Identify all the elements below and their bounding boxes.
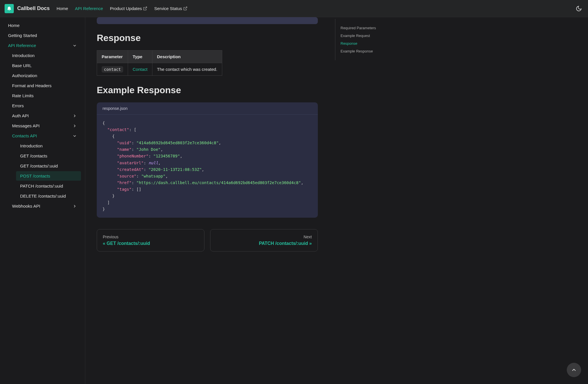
- th-parameter: Parameter: [97, 50, 128, 63]
- sidebar-introduction[interactable]: Introduction: [8, 51, 81, 60]
- logo[interactable]: [5, 4, 14, 13]
- prev-title: « GET /contacts/:uuid: [103, 241, 198, 246]
- nav-home[interactable]: Home: [57, 6, 68, 11]
- table-row: contact Contact The contact which was cr…: [97, 63, 222, 76]
- nav-product-updates-label: Product Updates: [110, 6, 142, 11]
- sidebar-messages-api[interactable]: Messages API: [8, 121, 81, 130]
- sidebar-getting-started[interactable]: Getting Started: [4, 31, 81, 40]
- param-name: contact: [102, 66, 123, 73]
- sidebar-get-contacts-uuid[interactable]: GET /contacts/:uuid: [16, 161, 81, 171]
- chevron-right-icon: [72, 114, 77, 118]
- sidebar-contacts-api-label: Contacts API: [12, 133, 37, 138]
- nav-product-updates[interactable]: Product Updates: [110, 6, 148, 11]
- sidebar-post-contacts[interactable]: POST /contacts: [16, 171, 81, 181]
- sidebar-messages-api-label: Messages API: [12, 123, 40, 128]
- chevron-right-icon: [72, 124, 77, 128]
- toc-required-params[interactable]: Required Parameters: [341, 24, 402, 32]
- th-description: Description: [152, 50, 222, 63]
- sidebar-errors[interactable]: Errors: [8, 101, 81, 110]
- sidebar-api-reference[interactable]: API Reference: [4, 41, 81, 50]
- theme-toggle[interactable]: [574, 4, 583, 13]
- td-description: The contact which was created.: [152, 63, 222, 76]
- external-link-icon: [143, 6, 147, 11]
- sidebar-get-contacts[interactable]: GET /contacts: [16, 151, 81, 161]
- sidebar-format-headers[interactable]: Format and Headers: [8, 81, 81, 90]
- prev-page-link[interactable]: Previous « GET /contacts/:uuid: [97, 229, 204, 252]
- moon-icon: [576, 5, 582, 12]
- code-content: { "contact": [ { "uuid": "414a6d692bd645…: [97, 115, 318, 218]
- external-link-icon: [183, 6, 187, 11]
- toc-example-request[interactable]: Example Request: [341, 32, 402, 40]
- sidebar-auth-api-label: Auth API: [12, 113, 29, 118]
- nav-service-status-label: Service Status: [154, 6, 182, 11]
- sidebar-rate-limits[interactable]: Rate Limits: [8, 91, 81, 100]
- toc-response[interactable]: Response: [341, 40, 402, 47]
- page-nav: Previous « GET /contacts/:uuid Next PATC…: [97, 229, 318, 252]
- sidebar-auth-api[interactable]: Auth API: [8, 111, 81, 120]
- code-block-partial: [97, 17, 318, 24]
- scroll-to-top-button[interactable]: [567, 363, 581, 377]
- sidebar-webhooks-api[interactable]: Webhooks API: [8, 201, 81, 211]
- navbar: Callbell Docs Home API Reference Product…: [0, 0, 588, 17]
- sidebar-home[interactable]: Home: [4, 21, 81, 30]
- chevron-right-icon: [72, 204, 77, 208]
- sidebar-api-reference-label: API Reference: [8, 43, 36, 48]
- type-link-contact[interactable]: Contact: [133, 67, 148, 72]
- sidebar-base-url[interactable]: Base URL: [8, 61, 81, 70]
- brand-title: Callbell Docs: [17, 5, 50, 11]
- prev-label: Previous: [103, 235, 198, 239]
- nav-links: Home API Reference Product Updates Servi…: [57, 6, 574, 11]
- toc-example-response[interactable]: Example Response: [341, 47, 402, 55]
- next-page-link[interactable]: Next PATCH /contacts/:uuid »: [210, 229, 318, 252]
- main-content: Response Parameter Type Description cont…: [85, 17, 329, 384]
- nav-service-status[interactable]: Service Status: [154, 6, 187, 11]
- td-type: Contact: [128, 63, 152, 76]
- sidebar: Home Getting Started API Reference Intro…: [0, 17, 85, 384]
- code-block: response.json { "contact": [ { "uuid": "…: [97, 102, 318, 218]
- table-of-contents: Required Parameters Example Request Resp…: [335, 19, 407, 60]
- sidebar-delete-contacts[interactable]: DELETE /contacts/:uuid: [16, 191, 81, 201]
- response-table: Parameter Type Description contact Conta…: [97, 50, 222, 76]
- chevron-down-icon: [72, 43, 77, 48]
- sidebar-authorization[interactable]: Authorization: [8, 71, 81, 80]
- nav-api-reference[interactable]: API Reference: [75, 6, 103, 11]
- chevron-up-icon: [571, 367, 577, 373]
- heading-response: Response: [97, 33, 318, 43]
- sidebar-contacts-intro[interactable]: Introduction: [16, 141, 81, 151]
- td-parameter: contact: [97, 63, 128, 76]
- sidebar-contacts-api[interactable]: Contacts API: [8, 131, 81, 141]
- sidebar-patch-contacts[interactable]: PATCH /contacts/:uuid: [16, 181, 81, 191]
- code-filename: response.json: [97, 102, 318, 115]
- next-title: PATCH /contacts/:uuid »: [216, 241, 312, 246]
- chevron-down-icon: [72, 134, 77, 138]
- heading-example-response: Example Response: [97, 85, 318, 95]
- sidebar-webhooks-api-label: Webhooks API: [12, 204, 40, 208]
- th-type: Type: [128, 50, 152, 63]
- bell-icon: [6, 6, 12, 11]
- next-label: Next: [216, 235, 312, 239]
